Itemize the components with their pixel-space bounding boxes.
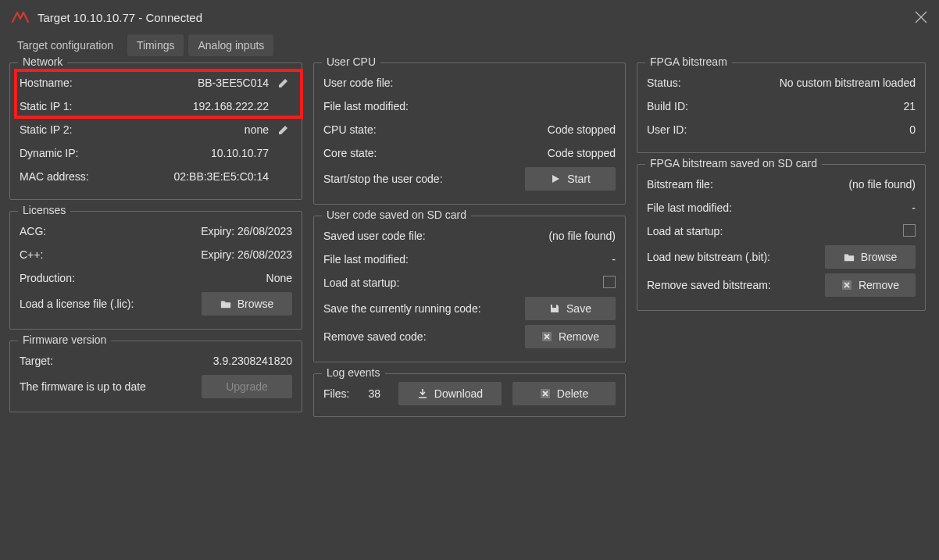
fpga-status-label: Status: — [647, 77, 681, 89]
static-ip2-label: Static IP 2: — [20, 123, 72, 136]
browse-license-button[interactable]: Browse — [202, 292, 292, 316]
window-title: Target 10.10.10.77 - Connected — [37, 11, 202, 24]
cpu-state-value: Code stopped — [548, 123, 616, 136]
user-code-sd-legend: User code saved on SD card — [322, 209, 471, 221]
log-files-count: 38 — [360, 387, 380, 400]
bitstream-mod-label: File last modified: — [647, 202, 732, 214]
tab-target-configuration[interactable]: Target configuration — [8, 34, 123, 56]
core-state-value: Code stopped — [548, 147, 616, 159]
close-icon — [841, 280, 852, 291]
fpga-bitstream-group: FPGA bitstream Status: No custom bitstre… — [637, 62, 926, 153]
core-state-label: Core state: — [323, 147, 377, 159]
save-label: Save — [566, 302, 591, 315]
dynamic-ip-label: Dynamic IP: — [20, 147, 78, 159]
fpga-status-value: No custom bitstream loaded — [780, 77, 916, 89]
firmware-group: Firmware version Target: 3.9.2308241820 … — [9, 341, 302, 412]
ucode-file-label: User code file: — [323, 77, 393, 89]
firmware-legend: Firmware version — [18, 334, 111, 346]
load-startup-checkbox[interactable] — [603, 276, 616, 288]
save-code-label: Save the currently running code: — [323, 302, 523, 315]
bitstream-file-value: (no file found) — [848, 178, 916, 191]
load-new-bitstream-label: Load new bitstream (.bit): — [647, 251, 823, 263]
bitstream-load-startup-label: Load at startup: — [647, 225, 723, 237]
user-cpu-group: User CPU User code file: File last modif… — [313, 62, 626, 205]
fpga-user-label: User ID: — [647, 123, 687, 136]
hostname-label: Hostname: — [20, 77, 73, 89]
close-icon[interactable] — [914, 10, 928, 24]
licenses-group: Licenses ACG: Expiry: 26/08/2023 C++: Ex… — [9, 211, 302, 330]
start-label: Start — [567, 173, 591, 185]
tab-timings[interactable]: Timings — [127, 34, 184, 56]
static-ip2-value: none — [245, 123, 269, 136]
bitstream-mod-value: - — [912, 202, 916, 214]
saved-code-value: (no file found) — [548, 230, 616, 242]
production-label: Production: — [20, 272, 75, 284]
start-button[interactable]: Start — [525, 167, 616, 191]
saved-code-mod-value: - — [612, 253, 616, 266]
bitstream-load-startup-checkbox[interactable] — [903, 224, 916, 237]
fpga-sd-legend: FPGA bitstream saved on SD card — [645, 157, 822, 169]
acg-label: ACG: — [20, 225, 46, 237]
log-events-group: Log events Files: 38 Download Delete — [313, 373, 626, 417]
remove-label: Remove — [859, 279, 899, 291]
remove-label: Remove — [559, 330, 599, 343]
remove-bitstream-button[interactable]: Remove — [825, 273, 916, 297]
load-license-label: Load a license file (.lic): — [20, 298, 200, 310]
log-files-label: Files: — [323, 387, 349, 400]
browse-bitstream-button[interactable]: Browse — [825, 245, 916, 269]
play-icon — [550, 173, 561, 184]
network-legend: Network — [18, 55, 67, 68]
upgrade-label: Upgrade — [226, 380, 268, 393]
mac-label: MAC address: — [20, 170, 89, 183]
cpu-state-label: CPU state: — [323, 123, 377, 136]
acg-value: Expiry: 26/08/2023 — [201, 225, 292, 237]
static-ip1-label: Static IP 1: — [20, 100, 72, 112]
browse-label: Browse — [237, 298, 274, 310]
remove-code-button[interactable]: Remove — [525, 325, 616, 348]
hostname-value: BB-3EE5C014 — [198, 77, 269, 89]
delete-button[interactable]: Delete — [512, 382, 616, 405]
bitstream-file-label: Bitstream file: — [647, 178, 713, 191]
app-logo-icon — [11, 8, 30, 27]
cpp-label: C++: — [20, 248, 43, 261]
download-icon — [417, 388, 428, 399]
browse-label: Browse — [861, 251, 898, 263]
folder-icon — [220, 298, 231, 309]
fpga-build-label: Build ID: — [647, 100, 688, 112]
load-startup-label: Load at startup: — [323, 276, 399, 289]
download-label: Download — [434, 387, 483, 400]
static-ip1-value: 192.168.222.22 — [193, 100, 269, 112]
fpga-bitstream-legend: FPGA bitstream — [645, 55, 732, 68]
pencil-icon[interactable] — [275, 121, 292, 138]
remove-bitstream-label: Remove saved bitstream: — [647, 279, 823, 291]
folder-icon — [844, 251, 855, 262]
tab-analog-inputs[interactable]: Analog inputs — [188, 34, 273, 56]
production-value: None — [266, 272, 292, 284]
pencil-icon[interactable] — [275, 74, 292, 91]
firmware-target-label: Target: — [20, 355, 53, 367]
save-button[interactable]: Save — [525, 297, 616, 320]
title-bar: Target 10.10.10.77 - Connected — [0, 0, 939, 34]
user-cpu-legend: User CPU — [322, 55, 380, 68]
dynamic-ip-value: 10.10.10.77 — [211, 147, 269, 159]
log-events-legend: Log events — [322, 366, 385, 379]
fpga-build-value: 21 — [903, 100, 916, 112]
upgrade-button[interactable]: Upgrade — [202, 375, 292, 398]
mac-value: 02:BB:3E:E5:C0:14 — [174, 170, 269, 183]
firmware-target-value: 3.9.2308241820 — [213, 355, 292, 367]
delete-label: Delete — [557, 387, 588, 400]
licenses-legend: Licenses — [18, 204, 70, 216]
firmware-uptodate-label: The firmware is up to date — [20, 380, 200, 393]
saved-code-label: Saved user code file: — [323, 230, 426, 242]
fpga-user-value: 0 — [909, 123, 916, 136]
ucode-mod-label: File last modified: — [323, 100, 409, 112]
tab-bar: Target configuration Timings Analog inpu… — [0, 34, 939, 62]
remove-code-label: Remove saved code: — [323, 330, 523, 343]
fpga-sd-group: FPGA bitstream saved on SD card Bitstrea… — [637, 164, 926, 311]
cpp-value: Expiry: 26/08/2023 — [201, 248, 292, 261]
user-code-sd-group: User code saved on SD card Saved user co… — [313, 216, 626, 362]
save-icon — [549, 303, 560, 314]
download-button[interactable]: Download — [398, 382, 502, 405]
network-group: Network Hostname: BB-3EE5C014 Static IP … — [9, 62, 302, 200]
saved-code-mod-label: File last modified: — [323, 253, 409, 266]
